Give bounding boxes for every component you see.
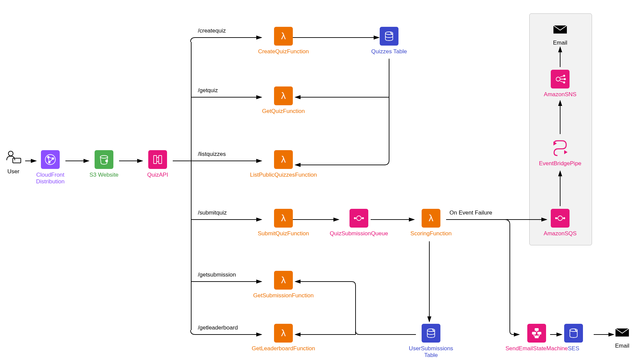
email-bottom-label: Email bbox=[607, 343, 637, 349]
api-label: QuizAPI bbox=[138, 172, 178, 178]
edge-submitquiz: /submitquiz bbox=[198, 209, 227, 216]
user-icon bbox=[4, 150, 23, 164]
svg-point-35 bbox=[564, 218, 565, 219]
svg-rect-21 bbox=[154, 156, 157, 164]
node-submission-queue: QuizSubmissionQueue bbox=[325, 209, 392, 237]
svg-point-20 bbox=[106, 160, 108, 162]
ses-label: SES bbox=[557, 345, 590, 352]
lambda-icon: λ bbox=[274, 27, 293, 46]
edge-getleaderboard: /getleaderboard bbox=[198, 324, 238, 331]
pipe-label: EventBridgePipe bbox=[537, 160, 584, 167]
node-usersub-table: UserSubmissions Table bbox=[406, 324, 456, 359]
node-ses: SES bbox=[557, 324, 590, 352]
email-top-label: Email bbox=[545, 40, 575, 46]
lambda-icon: λ bbox=[274, 150, 293, 169]
email-icon bbox=[552, 23, 568, 36]
edge-getquiz: /getquiz bbox=[198, 87, 218, 94]
node-listquizzes: λ ListPublicQuizzesFunction bbox=[245, 150, 322, 178]
svg-point-41 bbox=[564, 82, 565, 83]
listquizzes-label: ListPublicQuizzesFunction bbox=[245, 172, 322, 178]
svg-rect-30 bbox=[538, 332, 541, 334]
svg-rect-22 bbox=[159, 156, 162, 164]
node-quizzes-table: Quizzes Table bbox=[369, 27, 409, 55]
cloudfront-label: CloudFront Distribution bbox=[30, 172, 70, 185]
createquiz-label: CreateQuizFunction bbox=[257, 48, 310, 55]
svg-point-13 bbox=[8, 151, 13, 156]
svg-rect-14 bbox=[13, 158, 21, 163]
svg-point-34 bbox=[555, 218, 557, 219]
svg-rect-29 bbox=[532, 332, 536, 334]
s3-icon bbox=[95, 150, 113, 169]
edge-onfailure: On Event Failure bbox=[449, 209, 492, 216]
lambda-icon: λ bbox=[422, 209, 440, 228]
api-icon bbox=[148, 150, 167, 169]
svg-marker-36 bbox=[553, 141, 557, 145]
submitquiz-label: SubmitQuizFunction bbox=[253, 230, 314, 237]
dynamodb-icon bbox=[380, 27, 398, 46]
node-user: User bbox=[0, 150, 34, 175]
node-getquiz: λ GetQuizFunction bbox=[257, 86, 310, 115]
user-label: User bbox=[0, 168, 34, 175]
pipe-icon bbox=[550, 137, 570, 158]
svg-point-25 bbox=[354, 218, 356, 219]
sqs-icon bbox=[551, 209, 570, 228]
edge-createquiz: /createquiz bbox=[198, 27, 226, 34]
svg-rect-31 bbox=[535, 336, 538, 338]
node-pipe: EventBridgePipe bbox=[537, 137, 584, 167]
lambda-icon: λ bbox=[274, 271, 293, 290]
svg-rect-28 bbox=[535, 328, 538, 330]
edge-listquizzes: /listquizzes bbox=[198, 151, 226, 158]
node-getsubmission: λ GetSubmissionFunction bbox=[248, 271, 319, 299]
svg-point-38 bbox=[556, 77, 560, 81]
node-createquiz: λ CreateQuizFunction bbox=[257, 27, 310, 55]
node-scoring: λ ScoringFunction bbox=[406, 209, 456, 237]
node-email-bottom: Email bbox=[607, 326, 637, 349]
getquiz-label: GetQuizFunction bbox=[257, 108, 310, 115]
lambda-icon: λ bbox=[274, 209, 293, 228]
svg-point-24 bbox=[357, 216, 361, 221]
lambda-icon: λ bbox=[274, 324, 293, 343]
ses-icon bbox=[564, 324, 583, 343]
svg-point-19 bbox=[100, 156, 108, 158]
svg-point-39 bbox=[564, 75, 565, 76]
node-getleaderboard: λ GetLeaderboardFunction bbox=[245, 324, 322, 352]
email-icon bbox=[614, 326, 630, 339]
lambda-icon: λ bbox=[274, 86, 293, 105]
scoring-label: ScoringFunction bbox=[406, 230, 456, 237]
node-sns: AmazonSNS bbox=[540, 70, 580, 98]
s3-label: S3 Website bbox=[84, 172, 124, 178]
node-sqs: AmazonSQS bbox=[540, 209, 580, 237]
svg-point-33 bbox=[558, 216, 562, 221]
node-s3: S3 Website bbox=[84, 150, 124, 178]
sqs-icon bbox=[350, 209, 368, 228]
svg-point-26 bbox=[362, 218, 364, 219]
edge-getsubmission: /getsubmission bbox=[198, 272, 236, 278]
node-cloudfront: CloudFront Distribution bbox=[30, 150, 70, 185]
node-api: QuizAPI bbox=[138, 150, 178, 178]
getleaderboard-label: GetLeaderboardFunction bbox=[245, 345, 322, 352]
stepfunctions-icon bbox=[527, 324, 546, 343]
dynamodb-icon bbox=[422, 324, 440, 343]
svg-marker-37 bbox=[564, 150, 568, 154]
cloudfront-icon bbox=[41, 150, 60, 169]
quizzes-table-label: Quizzes Table bbox=[369, 48, 409, 55]
svg-point-40 bbox=[564, 78, 566, 80]
node-email-top: Email bbox=[545, 23, 575, 46]
submission-queue-label: QuizSubmissionQueue bbox=[325, 230, 392, 237]
usersub-table-label: UserSubmissions Table bbox=[406, 345, 456, 359]
node-submitquiz: λ SubmitQuizFunction bbox=[253, 209, 314, 237]
svg-point-15 bbox=[45, 155, 55, 165]
sqs-label: AmazonSQS bbox=[540, 230, 580, 237]
sns-label: AmazonSNS bbox=[540, 91, 580, 98]
getsubmission-label: GetSubmissionFunction bbox=[248, 292, 319, 299]
sns-icon bbox=[551, 70, 570, 88]
